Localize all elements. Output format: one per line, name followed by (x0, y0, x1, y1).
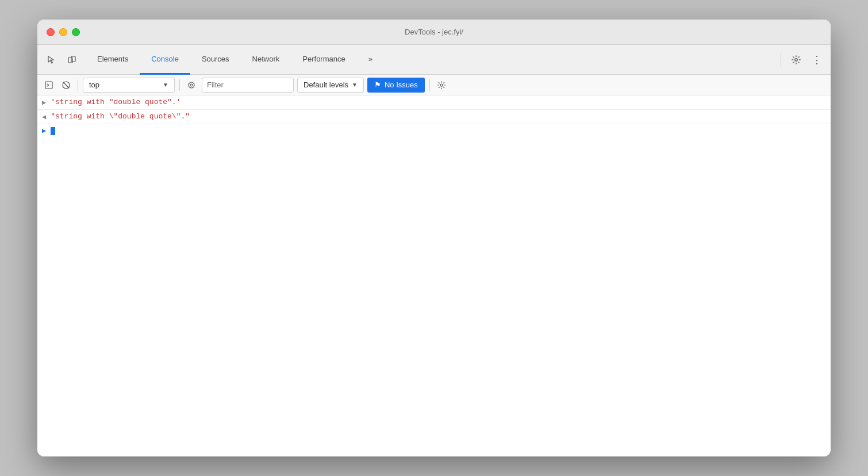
toolbar-divider (781, 53, 781, 67)
main-tabs: Elements Console Sources Network Perform… (86, 45, 773, 74)
console-line-1: ▶ 'string with "double quote".' (37, 95, 831, 110)
svg-rect-1 (71, 56, 75, 62)
context-select[interactable]: top ▼ (83, 78, 175, 93)
traffic-lights (47, 28, 80, 36)
tab-performance[interactable]: Performance (291, 45, 356, 75)
console-divider-3 (429, 79, 430, 91)
filter-input[interactable] (202, 78, 294, 93)
settings-icon[interactable] (787, 51, 805, 69)
console-prompt-line[interactable]: ▶ (37, 124, 831, 137)
console-toolbar: top ▼ Default levels ▼ ⚑ No Issues (37, 75, 831, 95)
svg-rect-0 (68, 57, 72, 63)
console-value-2: "string with \"double quote\"." (51, 112, 190, 121)
tab-more[interactable]: » (357, 45, 384, 75)
console-value-1: 'string with "double quote".' (51, 98, 180, 106)
title-bar: DevTools - jec.fyi/ (37, 20, 831, 45)
layers-icon (67, 55, 76, 64)
no-issues-button[interactable]: ⚑ No Issues (367, 78, 425, 93)
svg-point-7 (190, 84, 193, 86)
main-toolbar: Elements Console Sources Network Perform… (37, 45, 831, 75)
flag-icon: ⚑ (374, 80, 381, 89)
console-settings-icon[interactable] (435, 78, 448, 92)
console-line-2: ◀ "string with \"double quote\"." (37, 110, 831, 124)
svg-point-6 (189, 82, 194, 88)
tab-elements[interactable]: Elements (86, 45, 140, 75)
tab-network[interactable]: Network (241, 45, 291, 75)
run-script-icon[interactable] (42, 78, 56, 92)
levels-dropdown-arrow: ▼ (352, 82, 358, 88)
devtools-window: DevTools - jec.fyi/ Elements Console (37, 20, 831, 456)
cursor-icon (47, 55, 56, 64)
minimize-button[interactable] (59, 28, 67, 36)
log-levels-select[interactable]: Default levels ▼ (297, 78, 364, 93)
prompt-cursor (51, 127, 55, 135)
maximize-button[interactable] (72, 28, 80, 36)
clear-console-icon[interactable] (59, 78, 73, 92)
more-options-icon[interactable]: ⋮ (808, 51, 826, 69)
toolbar-right-icons: ⋮ (777, 45, 826, 74)
console-divider-1 (78, 79, 78, 91)
close-button[interactable] (47, 28, 55, 36)
tab-console[interactable]: Console (140, 45, 190, 75)
toolbar-left-icons (42, 45, 81, 74)
console-divider-2 (179, 79, 180, 91)
window-title: DevTools - jec.fyi/ (405, 28, 463, 36)
svg-point-2 (795, 58, 798, 61)
tab-sources[interactable]: Sources (190, 45, 241, 75)
prompt-arrow: ▶ (42, 126, 46, 135)
inspector-icon[interactable] (42, 51, 60, 69)
expand-arrow-1[interactable]: ▶ (42, 98, 46, 107)
svg-line-5 (63, 82, 69, 88)
svg-point-8 (440, 84, 443, 86)
context-dropdown-arrow: ▼ (163, 82, 168, 88)
live-expression-icon[interactable] (185, 78, 198, 92)
console-output: ▶ 'string with "double quote".' ◀ "strin… (37, 95, 831, 456)
device-toolbar-icon[interactable] (63, 51, 81, 69)
return-arrow-2: ◀ (42, 112, 46, 121)
